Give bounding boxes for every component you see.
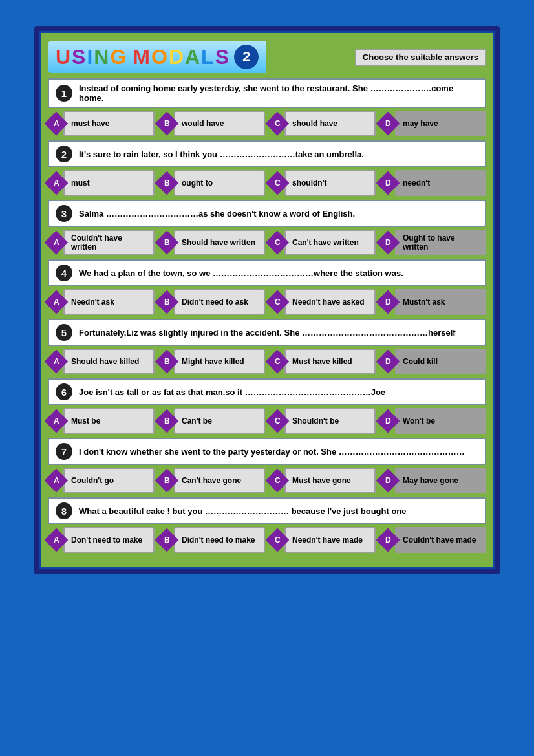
option-item-4-B[interactable]: BDidn't need to ask xyxy=(158,289,265,315)
option-item-3-A[interactable]: ACouldn't have written xyxy=(48,230,155,255)
option-item-7-C[interactable]: CMust have gone xyxy=(269,468,376,493)
title-number: 2 xyxy=(234,45,259,69)
option-item-4-C[interactable]: CNeedn't have asked xyxy=(269,289,376,315)
question-number-4: 4 xyxy=(56,265,72,281)
option-item-8-D[interactable]: DCouldn't have made xyxy=(379,527,486,553)
question-row-7: 7I don't know whether she went to the pa… xyxy=(48,438,486,465)
option-item-2-A[interactable]: Amust xyxy=(48,170,155,196)
option-box-1-B: would have xyxy=(174,111,265,136)
outer-border: USING MODALS 2 Choose the suitable answe… xyxy=(34,26,500,574)
option-box-1-C: should have xyxy=(284,111,376,136)
questions-container: 1Instead of coming home early yesterday,… xyxy=(48,78,486,553)
option-item-3-D[interactable]: DOught to have written xyxy=(379,230,486,255)
option-box-5-D: Could kill xyxy=(395,349,486,374)
question-block-7: 7I don't know whether she went to the pa… xyxy=(48,438,486,493)
options-row-7: ACouldn't goBCan't have goneCMust have g… xyxy=(48,468,486,493)
option-box-4-A: Needn't ask xyxy=(63,289,155,315)
question-text-7: I don't know whether she went to the par… xyxy=(79,447,465,457)
option-item-5-C[interactable]: CMust have killed xyxy=(269,349,376,374)
option-item-8-B[interactable]: BDidn't need to make xyxy=(158,527,265,553)
option-box-6-B: Can't be xyxy=(174,408,265,434)
question-row-1: 1Instead of coming home early yesterday,… xyxy=(48,78,486,108)
option-item-5-B[interactable]: BMight have killed xyxy=(158,349,265,374)
title-row: USING MODALS 2 Choose the suitable answe… xyxy=(48,41,486,73)
option-item-7-B[interactable]: BCan't have gone xyxy=(158,468,265,493)
option-item-8-C[interactable]: CNeedn't have made xyxy=(269,527,376,553)
question-text-6: Joe isn't as tall or as fat as that man.… xyxy=(79,387,385,397)
option-box-7-B: Can't have gone xyxy=(174,468,265,493)
option-item-2-C[interactable]: Cshouldn't xyxy=(269,170,376,196)
option-box-6-D: Won't be xyxy=(395,408,486,434)
question-row-4: 4We had a plan of the town, so we ………………… xyxy=(48,259,486,286)
option-box-8-D: Couldn't have made xyxy=(395,527,486,553)
option-item-5-D[interactable]: DCould kill xyxy=(379,349,486,374)
options-row-6: AMust beBCan't beCShouldn't beDWon't be xyxy=(48,408,486,434)
inner-container: USING MODALS 2 Choose the suitable answe… xyxy=(39,31,495,569)
option-item-7-D[interactable]: DMay have gone xyxy=(379,468,486,493)
question-block-2: 2It's sure to rain later, so I think you… xyxy=(48,140,486,196)
question-block-1: 1Instead of coming home early yesterday,… xyxy=(48,78,486,136)
option-item-7-A[interactable]: ACouldn't go xyxy=(48,468,155,493)
option-item-1-B[interactable]: Bwould have xyxy=(158,111,265,136)
option-box-8-A: Don't need to make xyxy=(63,527,155,553)
option-box-2-C: shouldn't xyxy=(284,170,376,196)
question-number-8: 8 xyxy=(56,502,72,519)
option-item-6-B[interactable]: BCan't be xyxy=(158,408,265,434)
option-item-6-A[interactable]: AMust be xyxy=(48,408,155,434)
option-box-3-D: Ought to have written xyxy=(395,230,486,255)
question-text-2: It's sure to rain later, so I think you … xyxy=(79,149,364,159)
option-box-4-B: Didn't need to ask xyxy=(174,289,265,315)
title-text: USING MODALS xyxy=(56,45,230,69)
option-box-2-B: ought to xyxy=(174,170,265,196)
question-row-6: 6Joe isn't as tall or as fat as that man… xyxy=(48,378,486,405)
option-box-7-C: Must have gone xyxy=(284,468,376,493)
option-box-7-A: Couldn't go xyxy=(63,468,155,493)
options-row-4: ANeedn't askBDidn't need to askCNeedn't … xyxy=(48,289,486,315)
instructions-box: Choose the suitable answers xyxy=(355,49,486,66)
option-box-3-A: Couldn't have written xyxy=(63,230,155,255)
option-item-2-B[interactable]: Bought to xyxy=(158,170,265,196)
option-item-8-A[interactable]: ADon't need to make xyxy=(48,527,155,553)
option-item-3-B[interactable]: BShould have written xyxy=(158,230,265,255)
option-item-5-A[interactable]: AShould have killed xyxy=(48,349,155,374)
option-box-8-C: Needn't have made xyxy=(284,527,376,553)
option-box-5-A: Should have killed xyxy=(63,349,155,374)
option-item-4-A[interactable]: ANeedn't ask xyxy=(48,289,155,315)
question-text-4: We had a plan of the town, so we …………………… xyxy=(79,268,403,278)
title-banner: USING MODALS 2 xyxy=(48,41,266,73)
options-row-8: ADon't need to makeBDidn't need to makeC… xyxy=(48,527,486,553)
option-item-1-C[interactable]: Cshould have xyxy=(269,111,376,136)
question-row-8: 8What a beautiful cake ! but you …………………… xyxy=(48,497,486,524)
question-number-3: 3 xyxy=(56,205,72,222)
question-block-3: 3Salma ……………………………as she doesn't know a … xyxy=(48,200,486,255)
question-number-5: 5 xyxy=(56,324,72,341)
options-row-5: AShould have killedBMight have killedCMu… xyxy=(48,349,486,374)
question-text-3: Salma ……………………………as she doesn't know a w… xyxy=(79,209,355,219)
question-text-1: Instead of coming home early yesterday, … xyxy=(79,83,478,103)
option-box-1-A: must have xyxy=(63,111,155,136)
option-box-5-B: Might have killed xyxy=(174,349,265,374)
question-row-2: 2It's sure to rain later, so I think you… xyxy=(48,140,486,167)
question-number-7: 7 xyxy=(56,443,72,460)
options-row-3: ACouldn't have writtenBShould have writt… xyxy=(48,230,486,255)
option-box-8-B: Didn't need to make xyxy=(174,527,265,553)
question-text-8: What a beautiful cake ! but you ……………………… xyxy=(79,506,407,516)
option-box-4-D: Mustn't ask xyxy=(395,289,486,315)
option-item-1-A[interactable]: Amust have xyxy=(48,111,155,136)
option-box-6-C: Shouldn't be xyxy=(284,408,376,434)
option-item-3-C[interactable]: CCan't have written xyxy=(269,230,376,255)
question-block-5: 5Fortunately,Liz was slightly injured in… xyxy=(48,319,486,374)
option-item-2-D[interactable]: Dneedn't xyxy=(379,170,486,196)
option-box-2-A: must xyxy=(63,170,155,196)
option-item-6-D[interactable]: DWon't be xyxy=(379,408,486,434)
option-item-1-D[interactable]: Dmay have xyxy=(379,111,486,136)
question-block-4: 4We had a plan of the town, so we ………………… xyxy=(48,259,486,315)
option-item-4-D[interactable]: DMustn't ask xyxy=(379,289,486,315)
options-row-2: AmustBought toCshouldn'tDneedn't xyxy=(48,170,486,196)
question-row-3: 3Salma ……………………………as she doesn't know a … xyxy=(48,200,486,227)
option-box-4-C: Needn't have asked xyxy=(284,289,376,315)
option-item-6-C[interactable]: CShouldn't be xyxy=(269,408,376,434)
option-box-3-B: Should have written xyxy=(174,230,265,255)
question-block-8: 8What a beautiful cake ! but you …………………… xyxy=(48,497,486,553)
question-row-5: 5Fortunately,Liz was slightly injured in… xyxy=(48,319,486,346)
